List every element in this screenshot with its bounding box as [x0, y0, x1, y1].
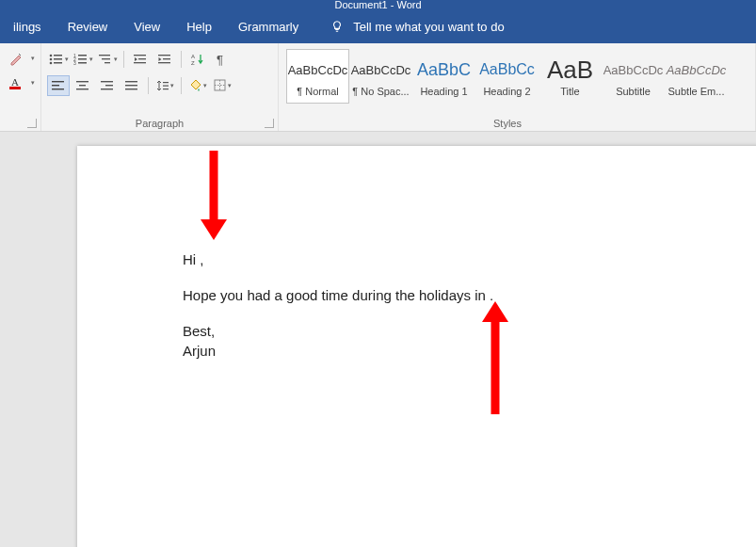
document-page[interactable]: Hi , Hope you had a good time during the… [77, 146, 756, 547]
style-preview: AaBbCc [476, 56, 538, 84]
svg-rect-22 [158, 62, 170, 63]
align-right-button[interactable] [96, 75, 119, 96]
svg-rect-32 [101, 81, 113, 82]
tab-view[interactable]: View [121, 9, 173, 43]
svg-text:¶: ¶ [217, 53, 223, 66]
style-name-label: Subtle Em... [668, 86, 725, 97]
style--normal[interactable]: AaBbCcDc¶ Normal [286, 49, 349, 104]
ribbon-group-font-partial: ▾ A ▾ [0, 43, 41, 131]
style-name-label: ¶ No Spac... [352, 86, 409, 97]
svg-rect-18 [138, 58, 146, 59]
ribbon: ▾ A ▾ ▾ 123▾ ▾ [0, 43, 756, 132]
svg-rect-35 [125, 81, 137, 82]
svg-rect-7 [54, 62, 62, 64]
svg-rect-33 [105, 85, 113, 86]
group-label-paragraph: Paragraph [41, 118, 278, 129]
show-paragraph-marks-button[interactable]: ¶ [211, 49, 233, 70]
style--no-spac-[interactable]: AaBbCcDc¶ No Spac... [349, 49, 412, 104]
bullets-button[interactable]: ▾ [47, 49, 70, 70]
shading-button[interactable]: ▾ [186, 75, 209, 96]
style-preview: AaBbC [413, 56, 475, 84]
tab-review[interactable]: Review [55, 9, 121, 43]
clear-formatting-button[interactable] [6, 49, 26, 68]
numbering-button[interactable]: 123▾ [72, 49, 94, 70]
decrease-indent-button[interactable] [129, 49, 152, 70]
svg-rect-16 [105, 62, 110, 63]
svg-rect-21 [163, 58, 170, 59]
svg-point-2 [49, 55, 52, 57]
svg-rect-29 [76, 81, 88, 82]
group-label-styles: Styles [279, 118, 736, 129]
sort-button[interactable]: AZ [186, 49, 209, 70]
separator [123, 51, 124, 68]
svg-rect-20 [158, 55, 170, 56]
svg-rect-9 [78, 55, 87, 56]
style-preview: AaB [539, 56, 601, 84]
style-heading-2[interactable]: AaBbCcHeading 2 [475, 49, 539, 104]
ribbon-group-styles: AaBbCcDc¶ NormalAaBbCcDc¶ No Spac...AaBb… [279, 43, 756, 131]
svg-rect-26 [52, 81, 64, 82]
separator [181, 77, 182, 94]
style-name-label: Heading 1 [420, 86, 467, 97]
svg-rect-37 [125, 88, 137, 89]
lightbulb-icon [330, 20, 344, 33]
svg-rect-39 [163, 86, 169, 87]
chevron-down-icon: ▾ [31, 79, 35, 87]
svg-rect-28 [52, 88, 64, 89]
styles-gallery[interactable]: AaBbCcDc¶ NormalAaBbCcDc¶ No Spac...AaBb… [286, 49, 755, 104]
style-name-label: ¶ Normal [297, 86, 338, 97]
title-bar: Document1 - Word [0, 0, 756, 9]
svg-text:3: 3 [73, 60, 76, 66]
doc-line-closing[interactable]: Best, [183, 321, 708, 342]
tab-help[interactable]: Help [173, 9, 225, 43]
ribbon-tabs: ilings Review View Help Grammarly Tell m… [0, 9, 756, 43]
borders-button[interactable]: ▾ [211, 75, 233, 96]
style-title[interactable]: AaBTitle [539, 49, 602, 104]
style-preview: AaBbCcDc [603, 56, 664, 84]
annotation-arrow-down [201, 151, 227, 240]
svg-text:Z: Z [191, 60, 195, 66]
svg-rect-17 [134, 55, 146, 56]
dialog-launcher-icon[interactable] [265, 119, 274, 128]
document-canvas[interactable]: Hi , Hope you had a good time during the… [0, 132, 756, 547]
svg-rect-30 [79, 85, 86, 86]
svg-rect-14 [99, 55, 110, 56]
separator [181, 51, 182, 68]
svg-rect-5 [54, 58, 62, 60]
separator [148, 77, 149, 94]
dialog-launcher-icon[interactable] [27, 119, 37, 128]
svg-point-6 [49, 62, 52, 65]
align-center-button[interactable] [72, 75, 94, 96]
tell-me-label: Tell me what you want to do [353, 20, 504, 34]
svg-rect-19 [134, 62, 146, 63]
svg-point-4 [49, 58, 52, 61]
style-name-label: Heading 2 [483, 86, 530, 97]
doc-line-signature[interactable]: Arjun [183, 341, 708, 362]
style-subtle-em-[interactable]: AaBbCcDcSubtle Em... [665, 49, 728, 104]
svg-text:A: A [191, 54, 195, 59]
tab-mailings[interactable]: ilings [0, 9, 55, 43]
svg-rect-13 [78, 62, 87, 64]
tab-grammarly[interactable]: Grammarly [225, 9, 312, 43]
annotation-arrow-up [482, 301, 508, 414]
style-subtitle[interactable]: AaBbCcDcSubtitle [602, 49, 665, 104]
svg-rect-34 [101, 88, 113, 89]
justify-button[interactable] [121, 75, 143, 96]
multilevel-list-button[interactable]: ▾ [96, 49, 119, 70]
ribbon-group-paragraph: ▾ 123▾ ▾ AZ ¶ [41, 43, 279, 131]
increase-indent-button[interactable] [153, 49, 176, 70]
align-left-button[interactable] [47, 75, 70, 96]
svg-rect-36 [125, 85, 137, 86]
svg-rect-27 [52, 85, 59, 86]
doc-line-greeting[interactable]: Hi , [183, 249, 708, 270]
svg-text:A: A [11, 76, 19, 88]
font-color-button[interactable]: A [6, 73, 26, 92]
style-heading-1[interactable]: AaBbCHeading 1 [412, 49, 475, 104]
style-preview: AaBbCcDc [666, 56, 727, 84]
svg-rect-3 [54, 55, 62, 56]
svg-rect-1 [9, 87, 21, 89]
style-name-label: Subtitle [616, 86, 651, 97]
doc-line-body[interactable]: Hope you had a good time during the holi… [183, 285, 708, 306]
tell-me-search[interactable]: Tell me what you want to do [330, 20, 504, 34]
line-spacing-button[interactable]: ▾ [153, 75, 176, 96]
